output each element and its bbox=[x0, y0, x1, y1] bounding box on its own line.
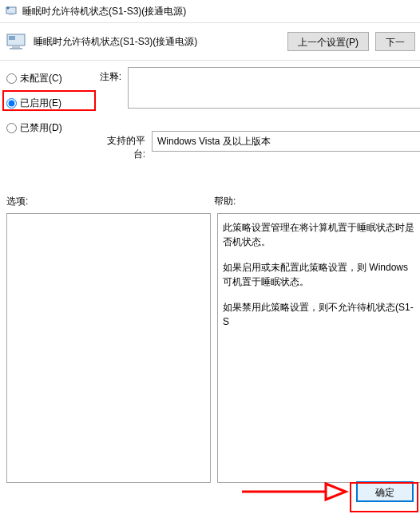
arrow-annotation bbox=[238, 476, 350, 508]
policy-large-icon bbox=[5, 30, 27, 53]
title-bar: 睡眠时允许待机状态(S1-S3)(接通电源) bbox=[0, 0, 420, 22]
radio-disabled-input[interactable] bbox=[6, 123, 17, 133]
radio-enabled-input[interactable] bbox=[6, 98, 17, 109]
help-text-2: 如果启用或未配置此策略设置，则 Windows 可机置于睡眠状态。 bbox=[223, 260, 416, 289]
panels: 此策略设置管理在将计算机置于睡眠状态时是否机状态。 如果启用或未配置此策略设置，… bbox=[0, 213, 420, 483]
header-title: 睡眠时允许待机状态(S1-S3)(接通电源) bbox=[34, 35, 281, 49]
policy-icon bbox=[5, 5, 18, 18]
radio-not-configured[interactable]: 未配置(C) bbox=[6, 70, 89, 87]
radio-disabled-label: 已禁用(D) bbox=[20, 121, 62, 135]
help-text-1: 此策略设置管理在将计算机置于睡眠状态时是否机状态。 bbox=[223, 220, 416, 249]
header-section: 睡眠时允许待机状态(S1-S3)(接通电源) 上一个设置(P) 下一 bbox=[0, 22, 420, 61]
comment-textbox[interactable] bbox=[128, 67, 420, 109]
radio-not-configured-input[interactable] bbox=[6, 73, 17, 84]
middle-labels: 选项: 帮助: bbox=[0, 195, 420, 208]
svg-rect-4 bbox=[12, 45, 20, 48]
options-panel bbox=[6, 213, 211, 483]
svg-rect-5 bbox=[10, 48, 22, 49]
platform-textbox: Windows Vista 及以上版本 bbox=[152, 131, 420, 152]
radio-group: 未配置(C) 已启用(E) 已禁用(D) bbox=[0, 61, 96, 163]
options-label: 选项: bbox=[6, 195, 214, 208]
svg-point-2 bbox=[7, 7, 10, 10]
ok-button[interactable]: 确定 bbox=[356, 481, 414, 502]
radio-disabled[interactable]: 已禁用(D) bbox=[6, 120, 89, 136]
svg-rect-6 bbox=[9, 36, 15, 40]
platform-text: Windows Vista 及以上版本 bbox=[157, 136, 271, 147]
bottom-bar: 确定 bbox=[0, 476, 420, 508]
svg-rect-1 bbox=[9, 14, 14, 15]
help-panel: 此策略设置管理在将计算机置于睡眠状态时是否机状态。 如果启用或未配置此策略设置，… bbox=[217, 213, 420, 483]
help-text-3: 如果禁用此策略设置，则不允许待机状态(S1-S bbox=[223, 300, 416, 329]
comment-label: 注释: bbox=[96, 67, 128, 84]
radio-enabled[interactable]: 已启用(E) bbox=[6, 95, 89, 112]
prev-setting-button[interactable]: 上一个设置(P) bbox=[287, 32, 369, 51]
help-label: 帮助: bbox=[214, 195, 236, 208]
window-title: 睡眠时允许待机状态(S1-S3)(接通电源) bbox=[22, 5, 186, 18]
platform-label: 支持的平台: bbox=[96, 131, 152, 161]
svg-marker-8 bbox=[326, 484, 346, 500]
next-setting-button[interactable]: 下一 bbox=[375, 32, 415, 51]
radio-not-configured-label: 未配置(C) bbox=[20, 72, 62, 85]
radio-enabled-label: 已启用(E) bbox=[20, 97, 61, 110]
